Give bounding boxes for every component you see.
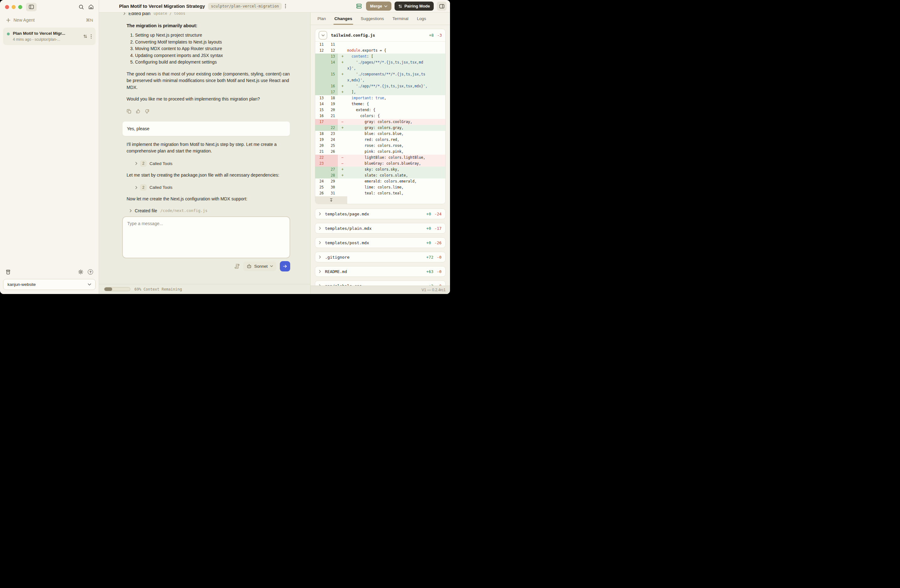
plus-icon: [6, 18, 10, 22]
agent-status-dot: [7, 32, 10, 36]
workspace-select[interactable]: kanjun-website: [3, 279, 96, 290]
diff-line: 2025 rose: colors.rose,: [315, 143, 445, 149]
search-icon[interactable]: [79, 5, 84, 10]
additions-count: +8: [429, 33, 434, 37]
agent-title: Plan Motif to Vercel Migr...: [13, 31, 80, 36]
changed-file-row[interactable]: app/globals.css+3-0: [315, 280, 445, 286]
model-selector[interactable]: Sonnet: [243, 262, 276, 271]
sidebar: New Agent ⌘N Plan Motif to Vercel Migr..…: [0, 0, 99, 294]
tab-logs[interactable]: Logs: [417, 12, 426, 25]
file-name: .gitignore: [325, 255, 349, 260]
chevron-right-icon: [124, 12, 125, 15]
chevron-down-icon: [88, 283, 91, 286]
diff-line: 1318 important: true,: [315, 95, 445, 101]
chevron-right-icon: [130, 209, 132, 212]
model-name: Sonnet: [254, 264, 268, 269]
thumbs-up-icon[interactable]: [136, 109, 140, 114]
diff-line: 2126 pink: colors.pink,: [315, 149, 445, 155]
diff-line: 2631 teal: colors.teal,: [315, 190, 445, 196]
file-name: templates/plain.mdx: [325, 226, 372, 231]
message-input[interactable]: [122, 217, 290, 258]
tab-suggestions[interactable]: Suggestions: [361, 12, 384, 25]
archive-icon[interactable]: [6, 269, 11, 275]
zoom-button[interactable]: [18, 5, 22, 9]
chat-scroll-area[interactable]: Edited plan update / todos The migration…: [99, 12, 310, 284]
new-agent-button[interactable]: New Agent ⌘N: [0, 14, 99, 25]
context-remaining-label: 69% Context Remaining: [135, 287, 182, 291]
user-message-text: Yes, please: [127, 126, 149, 131]
chevron-right-icon: [319, 241, 321, 244]
called-tools-label: Called Tools: [149, 161, 172, 166]
collapse-diff-button[interactable]: [319, 31, 327, 39]
merge-button[interactable]: Merge: [366, 2, 391, 11]
diff-line: 1621 colors: {: [315, 113, 445, 119]
prompt-scroll-icon[interactable]: [234, 264, 240, 269]
created-file-row[interactable]: Created file /code/next.config.js: [130, 208, 290, 213]
close-button[interactable]: [5, 5, 9, 9]
edited-plan-row[interactable]: Edited plan update / todos: [122, 12, 290, 17]
edited-plan-label: Edited plan: [129, 12, 151, 16]
right-panel-toggle-button[interactable]: [437, 2, 447, 11]
traffic-lights: [5, 5, 22, 9]
created-file-label: Created file: [135, 208, 157, 213]
changes-panel: PlanChangesSuggestionsTerminalLogs tailw…: [310, 12, 450, 294]
changed-file-row[interactable]: templates/plain.mdx+0-17: [315, 223, 445, 234]
copy-icon[interactable]: [127, 109, 131, 114]
kebab-menu-icon[interactable]: [90, 34, 92, 39]
diff-line: 1212module.exports = {: [315, 48, 445, 54]
changed-file-row[interactable]: templates/page.mdx+0-24: [315, 209, 445, 219]
new-agent-shortcut: ⌘N: [86, 17, 93, 23]
sort-arrows-icon[interactable]: [83, 34, 87, 39]
assistant-paragraph: I'll implement the migration from Motif …: [127, 141, 290, 155]
tab-changes[interactable]: Changes: [334, 12, 352, 25]
migration-step: Configuring build and deployment setting…: [135, 59, 290, 66]
deletions-count: -3: [437, 33, 442, 37]
deletions-count: -17: [434, 226, 442, 231]
changed-file-row[interactable]: README.md+63-0: [315, 266, 445, 277]
tab-terminal[interactable]: Terminal: [393, 12, 408, 25]
send-button[interactable]: [280, 261, 290, 271]
sidebar-toggle-button[interactable]: [26, 3, 37, 11]
file-name: templates/page.mdx: [325, 212, 369, 217]
diff-line: 13+ content: [: [315, 54, 445, 59]
called-tools-row[interactable]: 2 Called Tools: [135, 160, 290, 167]
thumbs-down-icon[interactable]: [145, 109, 149, 114]
home-icon[interactable]: [88, 5, 94, 9]
expand-diff-row[interactable]: [315, 196, 445, 204]
up-down-arrows-icon: [398, 5, 402, 8]
edited-plan-meta: update / todos: [154, 12, 185, 15]
diff-line: 1520 extend: {: [315, 107, 445, 113]
assistant-paragraph: Let me start by creating the package.jso…: [127, 172, 290, 179]
tools-count-badge: 2: [140, 160, 147, 167]
chevron-down-icon: [321, 34, 325, 36]
chat-column: Edited plan update / todos The migration…: [99, 12, 310, 294]
branch-badge: sculptor/plan-vercel-migration: [208, 3, 282, 10]
chevron-right-icon: [135, 186, 137, 189]
panel-scroll-area[interactable]: tailwind.config.js +8 -3 11111212module.…: [310, 25, 450, 286]
pairing-mode-button[interactable]: Pairing Mode: [394, 2, 434, 11]
chevron-down-icon: [384, 5, 387, 7]
deletions-count: -0: [437, 255, 442, 260]
stack-icon[interactable]: [356, 4, 362, 8]
tab-plan[interactable]: Plan: [317, 12, 326, 25]
additions-count: +72: [426, 255, 433, 260]
arrow-right-icon: [282, 264, 287, 269]
settings-gear-icon[interactable]: [78, 269, 83, 275]
additions-count: +63: [426, 269, 433, 274]
expand-down-icon[interactable]: [315, 196, 347, 204]
title-bar: Plan Motif to Vercel Migration Strategy …: [99, 0, 450, 12]
minimize-button[interactable]: [12, 5, 16, 9]
title-kebab-menu-icon[interactable]: [285, 4, 286, 8]
agent-list-item[interactable]: Plan Motif to Vercel Migr... 4 mins ago …: [3, 28, 96, 45]
called-tools-row[interactable]: 2 Called Tools: [135, 184, 290, 191]
diff-line: 14+ './pages/**/*.{js,ts,jsx,tsx,md x}',: [315, 59, 445, 71]
panel-tabs: PlanChangesSuggestionsTerminalLogs: [310, 12, 450, 25]
diff-line: 16+ './app/**/*.{js,ts,jsx,tsx,mdx}',: [315, 83, 445, 89]
additions-count: +0: [426, 226, 431, 231]
diff-line: 1111: [315, 42, 445, 48]
changed-file-row[interactable]: .gitignore+72-0: [315, 252, 445, 262]
diff-line: 27+ sky: colors.sky,: [315, 167, 445, 173]
chevron-right-icon: [319, 270, 321, 273]
help-icon[interactable]: ?: [88, 269, 93, 275]
changed-file-row[interactable]: templates/post.mdx+0-26: [315, 237, 445, 248]
